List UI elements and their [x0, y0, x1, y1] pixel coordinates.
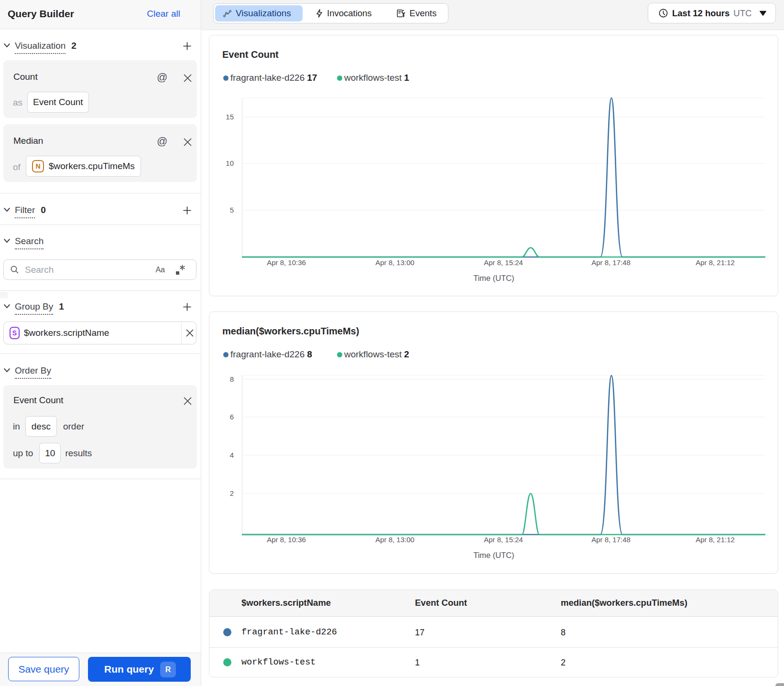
svg-text:Apr 8, 15:24: Apr 8, 15:24 — [484, 258, 523, 267]
svg-text:6: 6 — [230, 413, 234, 421]
svg-text:Apr 8, 21:12: Apr 8, 21:12 — [696, 258, 735, 267]
svg-text:Apr 8, 10:36: Apr 8, 10:36 — [267, 258, 306, 267]
svg-text:Apr 8, 21:12: Apr 8, 21:12 — [696, 536, 735, 544]
svg-text:Apr 8, 17:48: Apr 8, 17:48 — [591, 536, 631, 544]
svg-text:2: 2 — [230, 489, 234, 497]
svg-text:4: 4 — [230, 451, 234, 459]
svg-text:Apr 8, 13:00: Apr 8, 13:00 — [375, 536, 414, 544]
svg-text:Apr 8, 17:48: Apr 8, 17:48 — [591, 258, 631, 267]
svg-text:Apr 8, 10:36: Apr 8, 10:36 — [267, 536, 306, 544]
svg-text:15: 15 — [226, 113, 234, 121]
svg-text:Time (UTC): Time (UTC) — [473, 274, 514, 282]
svg-text:8: 8 — [230, 375, 234, 383]
svg-text:5: 5 — [230, 206, 234, 214]
svg-text:Apr 8, 15:24: Apr 8, 15:24 — [484, 536, 523, 544]
svg-text:Time (UTC): Time (UTC) — [473, 551, 514, 559]
svg-text:Apr 8, 13:00: Apr 8, 13:00 — [375, 258, 414, 267]
svg-text:10: 10 — [226, 159, 234, 167]
